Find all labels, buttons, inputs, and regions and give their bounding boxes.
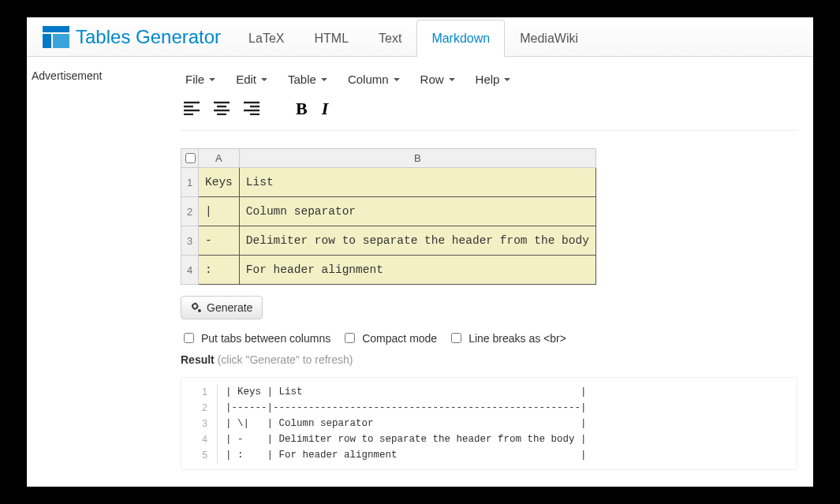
tab-latex[interactable]: LaTeX [233, 20, 299, 57]
cell-A3[interactable]: - [199, 226, 240, 256]
caret-icon [321, 78, 327, 81]
cell-B2[interactable]: Column separator [239, 197, 595, 226]
col-header-A[interactable]: A [199, 149, 240, 168]
align-left-button[interactable] [181, 99, 203, 119]
row-header-2[interactable]: 2 [181, 197, 199, 226]
gears-icon [191, 302, 202, 313]
output-line: |------|--------------------------------… [218, 400, 587, 416]
formatting-toolbar: B I [181, 97, 797, 131]
output-line: | : | For header alignment | [218, 447, 587, 463]
brand-text: Tables Generator [76, 26, 221, 48]
italic-button[interactable]: I [319, 97, 332, 121]
align-center-button[interactable] [211, 99, 233, 119]
opt-linebreaks[interactable]: Line breaks as <br> [448, 330, 566, 345]
select-all-corner[interactable] [181, 149, 199, 168]
row-header-1[interactable]: 1 [181, 168, 199, 197]
select-all-checkbox[interactable] [185, 153, 196, 163]
output-code-panel[interactable]: 1| Keys | List | 2|------|--------------… [181, 377, 797, 470]
tab-mediawiki[interactable]: MediaWiki [505, 20, 593, 57]
opt-tabs-checkbox[interactable] [184, 333, 194, 343]
bold-button[interactable]: B [293, 97, 311, 121]
cell-B1[interactable]: List [239, 168, 595, 197]
opt-compact-checkbox[interactable] [345, 333, 355, 343]
advertisement-label: Advertisement [27, 57, 181, 470]
options-row: Put tabs between columns Compact mode Li… [181, 330, 797, 345]
result-header: Result (click "Generate" to refresh) [181, 353, 797, 366]
cell-A4[interactable]: : [199, 256, 240, 285]
editor-grid[interactable]: A B 1 Keys List 2 | Column separator [181, 148, 596, 285]
caret-icon [261, 78, 267, 81]
col-header-B[interactable]: B [239, 149, 595, 168]
generate-button[interactable]: Generate [181, 296, 263, 319]
menu-table[interactable]: Table [283, 69, 332, 89]
menu-row[interactable]: Row [416, 69, 460, 89]
svg-rect-2 [53, 34, 69, 48]
caret-icon [449, 78, 455, 81]
align-left-icon [184, 101, 200, 115]
align-right-button[interactable] [241, 99, 263, 119]
menu-column[interactable]: Column [343, 69, 405, 89]
cell-A2[interactable]: | [199, 197, 240, 226]
menu-edit[interactable]: Edit [231, 69, 272, 89]
tab-html[interactable]: HTML [299, 20, 364, 57]
brand[interactable]: Tables Generator [33, 26, 230, 48]
output-line: | - | Delimiter row to separate the head… [218, 431, 587, 447]
menu-help[interactable]: Help [471, 69, 516, 89]
tab-markdown[interactable]: Markdown [416, 20, 505, 57]
cell-A1[interactable]: Keys [199, 168, 240, 197]
menubar: File Edit Table Column Row Help [181, 65, 797, 97]
caret-icon [209, 78, 215, 81]
output-line: | \| | Column separator | [218, 416, 587, 431]
tab-text[interactable]: Text [364, 20, 416, 57]
opt-compact[interactable]: Compact mode [342, 330, 437, 345]
cell-B3[interactable]: Delimiter row to separate the header fro… [239, 226, 595, 256]
top-navbar: Tables Generator LaTeX HTML Text Markdow… [27, 17, 813, 57]
caret-icon [504, 78, 510, 81]
row-header-4[interactable]: 4 [181, 256, 199, 285]
align-center-icon [214, 101, 230, 115]
opt-linebreaks-checkbox[interactable] [451, 333, 461, 343]
svg-rect-1 [43, 34, 51, 48]
output-line: | Keys | List | [218, 384, 587, 400]
svg-rect-0 [43, 26, 69, 32]
menu-file[interactable]: File [181, 69, 220, 89]
opt-tabs[interactable]: Put tabs between columns [181, 330, 330, 345]
row-header-3[interactable]: 3 [181, 226, 199, 256]
format-tabs: LaTeX HTML Text Markdown MediaWiki [233, 20, 593, 56]
align-right-icon [244, 101, 259, 115]
cell-B4[interactable]: For header alignment [239, 256, 595, 285]
caret-icon [394, 78, 400, 81]
logo-icon [43, 26, 69, 48]
svg-point-15 [198, 309, 201, 312]
